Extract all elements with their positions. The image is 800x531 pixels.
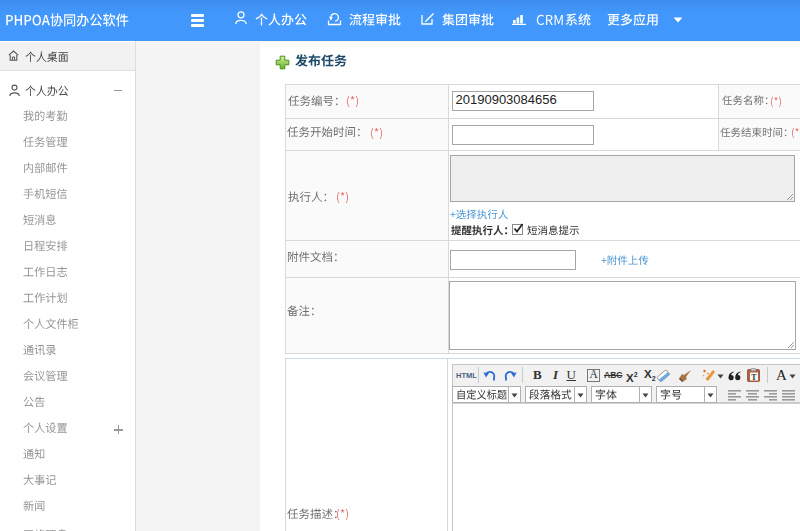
svg-text:T: T <box>751 373 757 382</box>
